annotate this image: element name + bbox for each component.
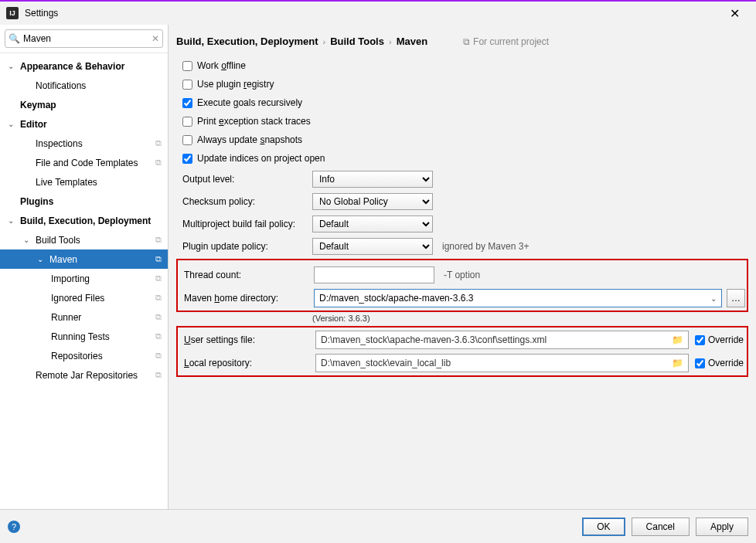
tree-notifications[interactable]: Notifications (0, 76, 168, 95)
tree-bed[interactable]: ⌄Build, Execution, Deployment (0, 211, 168, 230)
cancel-button[interactable]: Cancel (632, 518, 690, 536)
work-offline-check[interactable]: Work offline (176, 56, 748, 75)
folder-icon[interactable]: 📁 (672, 358, 683, 368)
tree-maven[interactable]: ⌄Maven⧉ (0, 249, 168, 269)
always-update-check[interactable]: Always update snapshots (176, 131, 748, 149)
thread-count-label: Thread count: (184, 270, 314, 280)
user-settings-input[interactable]: D:\maven_stock\apache-maven-3.6.3\conf\s… (315, 331, 689, 349)
title-bar: IJ Settings ✕ (0, 2, 756, 25)
crumb-bed[interactable]: Build, Execution, Deployment (176, 36, 318, 47)
local-repo-input[interactable]: D:\maven_stock\evain_local_lib 📁 (315, 354, 689, 372)
execute-goals-check[interactable]: Execute goals recursively (176, 93, 748, 112)
multiproject-select[interactable]: Default (312, 216, 433, 232)
search-input[interactable] (23, 33, 152, 44)
maven-home-label: Maven home directory: (179, 293, 309, 304)
folder-icon[interactable]: 📁 (672, 334, 683, 345)
crumb-build-tools[interactable]: Build Tools (330, 36, 384, 47)
multiproject-row: Multiproject build fail policy: Default (176, 212, 748, 235)
tree-importing[interactable]: Importing⧉ (0, 269, 168, 288)
maven-version-label: (Version: 3.6.3) (176, 314, 748, 323)
clear-search-icon[interactable]: ✕ (152, 33, 159, 44)
search-icon: 🔍 (9, 33, 20, 44)
for-project-label: ⧉For current project (463, 36, 549, 47)
project-icon: ⧉ (155, 254, 162, 264)
app-icon: IJ (6, 7, 19, 19)
tree-appearance[interactable]: ⌄Appearance & Behavior (0, 56, 168, 76)
chevron-right-icon: › (389, 37, 392, 46)
crumb-maven: Maven (397, 36, 427, 47)
project-icon: ⧉ (155, 273, 162, 283)
print-exception-check[interactable]: Print exception stack traces (176, 112, 748, 131)
ok-button[interactable]: OK (582, 518, 625, 536)
breadcrumb: Build, Execution, Deployment › Build Too… (176, 36, 748, 47)
chevron-right-icon: › (322, 37, 325, 46)
plugin-update-row: Plugin update policy: Default ignored by… (176, 235, 748, 257)
sidebar: 🔍 ✕ ⌄Appearance & Behavior Notifications… (0, 25, 169, 509)
tree-remote[interactable]: Remote Jar Repositories⧉ (0, 365, 168, 385)
multiproject-label: Multiproject build fail policy: (182, 219, 312, 229)
chevron-down-icon: ⌄ (8, 120, 17, 128)
highlight-box-2: User settings file: D:\maven_stock\apach… (176, 326, 748, 377)
update-indices-check[interactable]: Update indices on project open (176, 149, 748, 168)
thread-count-suffix: -T option (444, 270, 480, 280)
chevron-down-icon: ⌄ (8, 216, 17, 225)
output-level-row: Output level: Info (176, 168, 748, 190)
search-input-wrap[interactable]: 🔍 ✕ (5, 29, 163, 48)
output-level-select[interactable]: Info (312, 171, 433, 188)
use-plugin-registry-check[interactable]: Use plugin registry (176, 75, 748, 93)
checksum-row: Checksum policy: No Global Policy (176, 190, 748, 212)
project-icon: ⧉ (155, 312, 162, 322)
user-settings-label: User settings file: (179, 334, 309, 345)
close-icon[interactable]: ✕ (719, 6, 750, 21)
tree-inspections[interactable]: Inspections⧉ (0, 134, 168, 153)
apply-button[interactable]: Apply (696, 518, 748, 536)
checksum-label: Checksum policy: (182, 196, 312, 207)
tree-build-tools[interactable]: ⌄Build Tools⧉ (0, 230, 168, 249)
maven-home-combo[interactable]: D:/maven_stock/apache-maven-3.6.3 ⌄ (314, 289, 722, 307)
tree-plugins[interactable]: Plugins (0, 192, 168, 211)
dialog-footer: ? OK Cancel Apply (0, 509, 756, 543)
output-level-label: Output level: (182, 174, 312, 185)
project-icon: ⧉ (155, 351, 162, 361)
thread-count-input[interactable] (314, 266, 434, 283)
project-icon: ⧉ (155, 158, 162, 168)
tree-file-templates[interactable]: File and Code Templates⧉ (0, 153, 168, 172)
tree-ignored[interactable]: Ignored Files⧉ (0, 288, 168, 307)
tree-live-templates[interactable]: Live Templates (0, 172, 168, 192)
local-repo-override[interactable]: Override (695, 358, 744, 368)
project-icon: ⧉ (155, 293, 162, 303)
browse-button[interactable]: … (727, 289, 745, 307)
tree-running-tests[interactable]: Running Tests⧉ (0, 327, 168, 346)
highlight-box-1: Thread count: -T option Maven home direc… (176, 259, 748, 312)
tree-repositories[interactable]: Repositories⧉ (0, 346, 168, 365)
chevron-down-icon: ⌄ (23, 236, 32, 244)
chevron-down-icon: ⌄ (8, 62, 17, 70)
tree-runner[interactable]: Runner⧉ (0, 307, 168, 327)
chevron-down-icon: ⌄ (37, 255, 46, 263)
chevron-down-icon: ⌄ (710, 294, 717, 303)
settings-tree: ⌄Appearance & Behavior Notifications Key… (0, 53, 168, 509)
tree-editor[interactable]: ⌄Editor (0, 114, 168, 134)
window-title: Settings (25, 8, 719, 19)
project-icon: ⧉ (155, 331, 162, 341)
project-icon: ⧉ (155, 370, 162, 380)
main-panel: Build, Execution, Deployment › Build Too… (169, 25, 756, 509)
help-icon[interactable]: ? (8, 521, 20, 533)
project-icon: ⧉ (155, 138, 162, 148)
user-settings-override[interactable]: Override (695, 334, 744, 345)
plugin-update-suffix: ignored by Maven 3+ (442, 241, 529, 252)
project-icon: ⧉ (155, 235, 162, 245)
checksum-select[interactable]: No Global Policy (312, 193, 433, 210)
plugin-update-select[interactable]: Default (312, 238, 433, 255)
tree-keymap[interactable]: Keymap (0, 95, 168, 114)
project-icon: ⧉ (463, 36, 470, 47)
plugin-update-label: Plugin update policy: (182, 241, 312, 252)
local-repo-label: Local repository: (179, 358, 309, 368)
